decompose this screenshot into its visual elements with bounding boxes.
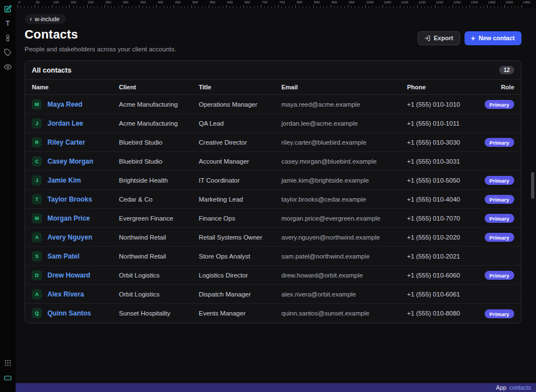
table-row[interactable]: MMaya ReedAcme ManufacturingOperations M…	[25, 95, 521, 114]
ruler-tick	[111, 6, 112, 8]
ruler-tick	[257, 6, 258, 8]
contact-name-link[interactable]: Morgan Price	[47, 214, 90, 222]
client-cell: Acme Manufacturing	[119, 101, 199, 108]
client-cell: Northwind Retail	[119, 253, 199, 260]
ruler-tick	[376, 6, 376, 8]
new-contact-button[interactable]: + New contact	[465, 31, 521, 45]
avatar: M	[32, 99, 42, 109]
table-row[interactable]: TTaylor BrooksCedar & CoMarketing Leadta…	[25, 190, 521, 209]
status-page-link[interactable]: contacts	[509, 384, 531, 391]
email-cell: sam.patel@northwind.example	[281, 253, 407, 260]
title-cell: Dispatch Manager	[199, 291, 281, 298]
export-button[interactable]: Export	[418, 31, 460, 45]
ruler-tick	[285, 6, 286, 8]
edit-icon[interactable]	[4, 5, 12, 13]
table-row[interactable]: JJamie KimBrightside HealthIT Coordinato…	[25, 171, 521, 190]
ruler-tick	[192, 5, 192, 8]
ruler-tick	[289, 6, 289, 8]
ruler-tick	[38, 6, 39, 8]
client-cell: Northwind Retail	[119, 234, 199, 241]
client-cell: Acme Manufacturing	[119, 120, 199, 127]
table-row[interactable]: QQuinn SantosSunset HospitalityEvents Ma…	[25, 304, 521, 323]
contact-name-link[interactable]: Jamie Kim	[47, 176, 81, 184]
text-tool-icon[interactable]: T	[4, 20, 12, 27]
ruler-tick-label: 1200	[436, 1, 443, 4]
phone-cell: +1 (555) 010-3031	[407, 158, 464, 165]
console-icon[interactable]	[4, 374, 12, 382]
email-cell: jamie.kim@brightside.example	[281, 177, 407, 184]
grid-icon[interactable]	[4, 359, 12, 367]
ruler-tick-label: 950	[349, 1, 355, 4]
contact-name-link[interactable]: Quinn Santos	[47, 309, 91, 317]
ruler-tick	[317, 6, 317, 8]
title-cell: Operations Manager	[199, 101, 281, 108]
contact-name-cell: JJordan Lee	[32, 118, 119, 128]
table-row[interactable]: CCasey MorganBluebird StudioAccount Mana…	[25, 152, 521, 171]
avatar: R	[32, 137, 42, 147]
avatar: J	[32, 175, 42, 185]
ruler-tick-label: 450	[175, 1, 180, 4]
client-cell: Orbit Logistics	[119, 291, 199, 298]
tag-icon[interactable]	[4, 49, 12, 56]
scrollbar-thumb[interactable]	[531, 172, 534, 199]
ruler-tick	[80, 6, 80, 8]
page-title: Contacts	[25, 27, 176, 42]
ruler-tick-label: 1000	[366, 1, 374, 4]
ruler-tick	[114, 6, 115, 8]
ruler-tick	[59, 6, 60, 8]
breadcrumb[interactable]: ‹ w-include	[25, 14, 66, 24]
avatar: J	[32, 118, 42, 128]
client-cell: Cedar & Co	[119, 196, 199, 203]
tool-rail-bottom	[4, 359, 12, 382]
eye-icon[interactable]	[4, 63, 12, 71]
link-icon[interactable]	[4, 34, 12, 42]
tool-rail-top: T	[4, 5, 12, 71]
email-cell: taylor.brooks@cedar.example	[281, 196, 407, 203]
table-row[interactable]: AAvery NguyenNorthwind RetailRetail Syst…	[25, 228, 521, 247]
ruler-tick	[45, 6, 46, 8]
contact-name-link[interactable]: Avery Nguyen	[47, 233, 92, 241]
ruler-tick	[76, 6, 77, 8]
table-row[interactable]: AAlex RiveraOrbit LogisticsDispatch Mana…	[25, 285, 521, 304]
ruler-tick-label: 900	[332, 1, 337, 4]
contact-name-link[interactable]: Maya Reed	[47, 101, 83, 108]
ruler-tick	[438, 6, 439, 8]
ruler-tick	[209, 5, 209, 8]
table-row[interactable]: DDrew HowardOrbit LogisticsLogistics Dir…	[25, 266, 521, 285]
table-row[interactable]: JJordan LeeAcme ManufacturingQA Leadjord…	[25, 114, 521, 133]
contact-name-link[interactable]: Taylor Brooks	[47, 195, 92, 203]
client-cell: Brightside Health	[119, 177, 199, 184]
contact-name-link[interactable]: Drew Howard	[47, 271, 90, 279]
ruler-tick-label: 50	[36, 1, 40, 4]
role-cell: Primary	[485, 101, 514, 108]
contact-name-link[interactable]: Alex Rivera	[47, 290, 84, 298]
title-cell: Logistics Director	[199, 272, 281, 279]
ruler-tick	[303, 6, 303, 8]
avatar: A	[32, 289, 42, 299]
ruler-tick	[396, 6, 397, 8]
contact-name-link[interactable]: Casey Morgan	[47, 157, 93, 165]
contact-name-link[interactable]: Jordan Lee	[47, 119, 83, 127]
contact-name-link[interactable]: Sam Patel	[47, 252, 79, 260]
ruler-tick	[459, 6, 460, 8]
ruler-tick	[202, 6, 202, 8]
column-header-name: Name	[32, 84, 119, 90]
table-row[interactable]: RRiley CarterBluebird StudioCreative Dir…	[25, 133, 521, 152]
ruler-tick	[515, 6, 515, 8]
ruler-tick	[473, 6, 473, 8]
ruler-tick	[156, 5, 157, 8]
ruler-tick	[181, 6, 181, 8]
ruler-tick	[421, 6, 422, 8]
role-badge: Primary	[485, 195, 514, 204]
contact-name-link[interactable]: Riley Carter	[47, 138, 85, 146]
table-row[interactable]: SSam PatelNorthwind RetailStore Ops Anal…	[25, 247, 521, 266]
vertical-scrollbar[interactable]	[529, 8, 536, 383]
ruler-tick	[94, 6, 94, 8]
avatar: M	[32, 213, 42, 223]
ruler-tick	[83, 6, 84, 8]
phone-cell: +1 (555) 010-3030	[407, 139, 464, 146]
table-row[interactable]: MMorgan PriceEvergreen FinanceFinance Op…	[25, 209, 521, 228]
ruler-tick	[170, 6, 171, 8]
ruler-tick	[470, 5, 470, 8]
ruler-tick-label: 1150	[418, 1, 425, 4]
